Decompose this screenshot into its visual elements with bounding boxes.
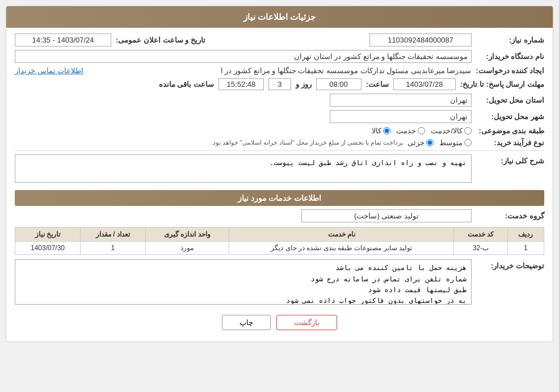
announcement-date-value: 1403/07/24 - 14:35 (15, 33, 111, 47)
creator-label: ایجاد کننده درخواست: (476, 66, 544, 75)
description-label: شرح کلی نیاز: (476, 157, 544, 165)
radio-kala-khedmat[interactable] (464, 127, 472, 134)
city-value: تهران (330, 110, 472, 123)
requester-org-label: نام دستگاه خریدار: (476, 52, 544, 61)
category-option-kala-khedmat[interactable]: کالا/خدمت (431, 127, 472, 135)
contact-info-link[interactable]: اطلاعات تماس خریدار (15, 66, 83, 75)
province-value: تهران (330, 94, 472, 107)
purchase-type-label: نوع فرآیند خرید: (476, 138, 544, 147)
purchase-type-option-jozi[interactable]: جزئی (407, 138, 434, 147)
category-radio-group: کالا/خدمت خدمت کالا (372, 127, 472, 135)
announcement-date-label: تاریخ و ساعت اعلان عمومی: (116, 36, 205, 44)
radio-kala[interactable] (383, 127, 390, 134)
col-header-unit: واحد اندازه گیری (145, 227, 229, 242)
radio-motavaset[interactable] (464, 139, 472, 146)
deadline-time-label: ساعت: (366, 80, 389, 88)
cell-need-date: 1403/07/30 (15, 242, 81, 255)
need-number-label: شماره نیاز: (476, 36, 544, 44)
category-option-kala[interactable]: کالا (372, 127, 390, 135)
buyer-notes-label: توضیحات خریدار: (476, 262, 544, 270)
category-label: طبقه بندی موضوعی: (476, 127, 544, 135)
deadline-label: مهلت ارسال پاسخ: تا تاریخ: (460, 80, 544, 88)
col-header-row-num: ردیف (507, 227, 544, 242)
deadline-date: 1403/07/28 (393, 78, 456, 90)
requester-org-value: موسسسه تحقیقات جنگلها و مراتع کشور در اس… (15, 50, 472, 63)
services-section-header: اطلاعات خدمات مورد نیاز (15, 190, 544, 206)
purchase-type-option-motavaset[interactable]: متوسط (439, 138, 472, 147)
category-option-khedmat[interactable]: خدمت (396, 127, 425, 135)
cell-unit: مورد (145, 242, 229, 255)
purchase-type-note: پرداخت تمام یا بخشی از مبلغ خریداز محل "… (211, 139, 403, 146)
buyer-notes-textarea[interactable] (15, 259, 472, 305)
creator-value: سیدرضا میرعابدینی مسئول تدارکات موسسسه ت… (88, 66, 471, 75)
cell-service-code: ب-32 (454, 242, 507, 255)
deadline-days-label: روز و (296, 80, 312, 88)
col-header-service-code: کد خدمت (454, 227, 507, 242)
radio-jozi[interactable] (426, 139, 434, 146)
label-kala: کالا (372, 127, 381, 135)
description-textarea[interactable] (15, 154, 472, 183)
city-label: شهر محل تحویل: (476, 112, 544, 121)
page-title: جزئیات اطلاعات نیاز (6, 6, 553, 28)
cell-row-num: 1 (507, 242, 544, 255)
label-jozi: جزئی (407, 138, 424, 147)
deadline-remaining-label: ساعت باقی مانده (159, 80, 214, 88)
cell-service-name: تولید سایر مصنوعات طبقه بندی نشده در جای… (229, 242, 454, 255)
col-header-quantity: تعداد / مقدار (81, 227, 146, 242)
radio-khedmat[interactable] (418, 127, 425, 134)
table-row: 1 ب-32 تولید سایر مصنوعات طبقه بندی نشده… (15, 242, 544, 255)
label-motavaset: متوسط (439, 138, 463, 147)
purchase-type-radio-group: متوسط جزئی (407, 138, 472, 147)
col-header-service-name: نام خدمت (229, 227, 454, 242)
services-table: ردیف کد خدمت نام خدمت واحد اندازه گیری ت… (15, 227, 544, 255)
cell-quantity: 1 (81, 242, 146, 255)
back-button[interactable]: بازگشت (276, 315, 337, 330)
label-khedmat: خدمت (396, 127, 416, 135)
need-number-value: 1103092484000087 (369, 33, 472, 47)
service-group-value: تولید صنعتی (ساخت) (301, 209, 472, 222)
deadline-time: 08:00 (316, 78, 362, 90)
print-button[interactable]: چاپ (222, 315, 271, 330)
deadline-remaining: 15:52:48 (218, 78, 264, 90)
province-label: استان محل تحویل: (476, 96, 544, 104)
service-group-label: گروه خدمت: (476, 212, 544, 220)
col-header-need-date: تاریخ نیاز (15, 227, 81, 242)
label-kala-khedmat: کالا/خدمت (431, 127, 463, 135)
deadline-days: 3 (268, 78, 291, 90)
